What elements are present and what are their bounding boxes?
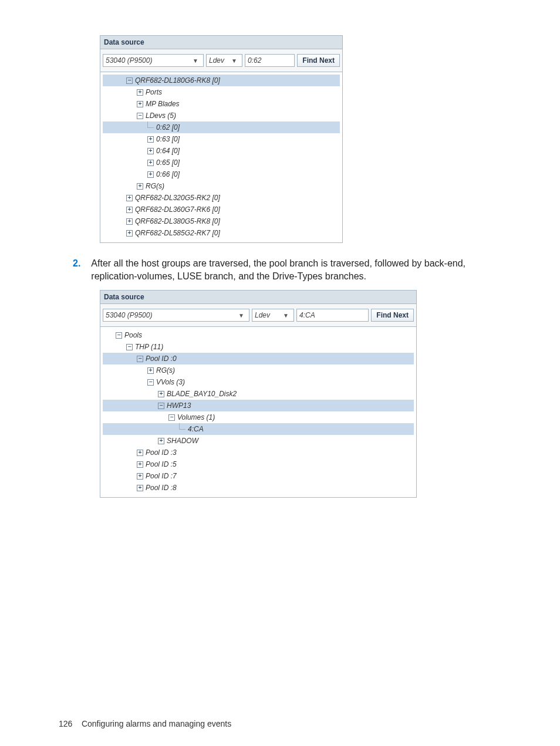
toolbar-a: 53040 (P9500) ▼ Ldev ▼ 0:62 Find Next [100, 49, 342, 72]
datasource-select-value: 53040 (P9500) [106, 311, 236, 319]
step-block: 2. After all the host groups are travers… [73, 257, 513, 283]
expand-icon[interactable]: + [147, 171, 154, 178]
tree-node-label: QRF682-DL320G5-RK2 [0] [135, 192, 220, 204]
collapse-icon[interactable]: − [147, 379, 154, 386]
tree-node-label: Pool ID :7 [146, 470, 177, 482]
field-select-value: Ldev [255, 311, 281, 319]
find-next-button[interactable]: Find Next [371, 309, 414, 322]
tree-node[interactable]: −THP (11) [103, 341, 414, 353]
tree-node[interactable]: +SHADOW [103, 435, 414, 447]
tree-node[interactable]: −LDevs (5) [103, 110, 340, 121]
toolbar-b: 53040 (P9500) ▼ Ldev ▼ 4:CA Find Next [100, 304, 416, 327]
expand-icon[interactable]: + [137, 473, 143, 480]
expand-icon[interactable]: + [137, 89, 143, 96]
find-next-label: Find Next [376, 311, 409, 319]
tree-node[interactable]: −Pool ID :0 [103, 353, 414, 364]
tree-node-label: Ports [146, 86, 162, 98]
page-number: 126 [59, 719, 72, 728]
tree-node[interactable]: 4:CA [103, 423, 414, 435]
tree-node[interactable]: −Pools [103, 329, 414, 341]
tree-node[interactable]: −VVols (3) [103, 376, 414, 388]
tree-node[interactable]: +0:64 [0] [103, 145, 340, 157]
expand-icon[interactable]: + [126, 195, 133, 201]
datasource-select-value: 53040 (P9500) [106, 56, 190, 65]
tree-node[interactable]: +0:66 [0] [103, 168, 340, 180]
page-root: Data source 53040 (P9500) ▼ Ldev ▼ 0:62 … [0, 0, 560, 746]
expand-icon[interactable]: + [147, 136, 154, 143]
datasource-select[interactable]: 53040 (P9500) ▼ [103, 309, 249, 322]
tree-node[interactable]: +Pool ID :7 [103, 470, 414, 482]
collapse-icon[interactable]: − [116, 332, 122, 339]
expand-icon[interactable]: + [137, 101, 143, 107]
expand-icon[interactable]: + [126, 218, 133, 225]
tree-node-label: VVols (3) [156, 376, 185, 388]
datasource-select[interactable]: 53040 (P9500) ▼ [103, 54, 204, 67]
tree-node[interactable]: +RG(s) [103, 364, 414, 376]
expand-icon[interactable]: + [147, 160, 154, 166]
collapse-icon[interactable]: − [126, 77, 133, 84]
expand-icon[interactable]: + [158, 438, 164, 444]
tree-node-label: THP (11) [135, 341, 163, 353]
expand-icon[interactable]: + [137, 485, 143, 491]
page-footer: 126 Configuring alarms and managing even… [59, 719, 231, 728]
tree-node-label: 0:65 [0] [156, 157, 180, 168]
chevron-down-icon: ▼ [190, 58, 201, 64]
tree-node-label: QRF682-DL360G7-RK6 [0] [135, 204, 220, 215]
field-select-value: Ldev [209, 56, 229, 65]
expand-icon[interactable]: + [137, 450, 143, 456]
tree-join-icon [179, 423, 185, 430]
tree-node-label: 4:CA [188, 423, 204, 435]
expand-icon[interactable]: + [158, 391, 164, 397]
tree-node[interactable]: +0:63 [0] [103, 133, 340, 145]
collapse-icon[interactable]: − [168, 414, 175, 421]
tree-node-label: Volumes (1) [177, 411, 215, 423]
tree-node[interactable]: +QRF682-DL360G7-RK6 [0] [103, 204, 340, 215]
page-footer-title: Configuring alarms and managing events [82, 719, 231, 728]
chevron-down-icon: ▼ [236, 312, 247, 319]
tree-node[interactable]: +QRF682-DL585G2-RK7 [0] [103, 227, 340, 239]
field-select[interactable]: Ldev ▼ [206, 54, 242, 67]
collapse-icon[interactable]: − [158, 403, 164, 409]
tree-node[interactable]: −Volumes (1) [103, 411, 414, 423]
search-input[interactable]: 4:CA [296, 309, 369, 322]
search-value: 4:CA [299, 311, 315, 319]
tree-node[interactable]: +Ports [103, 86, 340, 98]
panel-data-source-b: Data source 53040 (P9500) ▼ Ldev ▼ 4:CA … [100, 290, 417, 498]
tree-node-label: MP Blades [146, 98, 180, 110]
collapse-icon[interactable]: − [137, 113, 143, 119]
panel-title: Data source [100, 36, 342, 49]
tree-node[interactable]: +Pool ID :8 [103, 482, 414, 494]
collapse-icon[interactable]: − [126, 344, 133, 350]
tree-node[interactable]: +BLADE_BAY10_Disk2 [103, 388, 414, 400]
tree-node[interactable]: −QRF682-DL180G6-RK8 [0] [103, 75, 340, 86]
tree-node-label: Pool ID :5 [146, 458, 177, 470]
tree-node[interactable]: +QRF682-DL380G5-RK8 [0] [103, 215, 340, 227]
collapse-icon[interactable]: − [137, 356, 143, 362]
tree-node[interactable]: −HWP13 [103, 400, 414, 411]
tree-node[interactable]: 0:62 [0] [103, 121, 340, 133]
expand-icon[interactable]: + [126, 230, 133, 237]
tree-node-label: QRF682-DL380G5-RK8 [0] [135, 215, 220, 227]
find-next-button[interactable]: Find Next [297, 54, 340, 67]
expand-icon[interactable]: + [147, 367, 154, 374]
chevron-down-icon: ▼ [229, 58, 239, 64]
tree-node[interactable]: +RG(s) [103, 180, 340, 192]
step-text: After all the host groups are traversed,… [91, 257, 513, 283]
tree-node[interactable]: +Pool ID :5 [103, 458, 414, 470]
tree-node[interactable]: +MP Blades [103, 98, 340, 110]
search-input[interactable]: 0:62 [245, 54, 295, 67]
step-number: 2. [73, 257, 80, 283]
field-select[interactable]: Ldev ▼ [252, 309, 294, 322]
expand-icon[interactable]: + [137, 461, 143, 468]
panel-data-source-a: Data source 53040 (P9500) ▼ Ldev ▼ 0:62 … [100, 35, 343, 243]
tree-node-label: LDevs (5) [146, 110, 176, 121]
expand-icon[interactable]: + [126, 207, 133, 213]
tree-node[interactable]: +0:65 [0] [103, 157, 340, 168]
expand-icon[interactable]: + [147, 148, 154, 154]
find-next-label: Find Next [302, 56, 335, 65]
tree-node[interactable]: +Pool ID :3 [103, 447, 414, 458]
expand-icon[interactable]: + [137, 183, 143, 190]
tree-node-label: 0:64 [0] [156, 145, 180, 157]
tree-node-label: RG(s) [146, 180, 164, 192]
tree-node[interactable]: +QRF682-DL320G5-RK2 [0] [103, 192, 340, 204]
